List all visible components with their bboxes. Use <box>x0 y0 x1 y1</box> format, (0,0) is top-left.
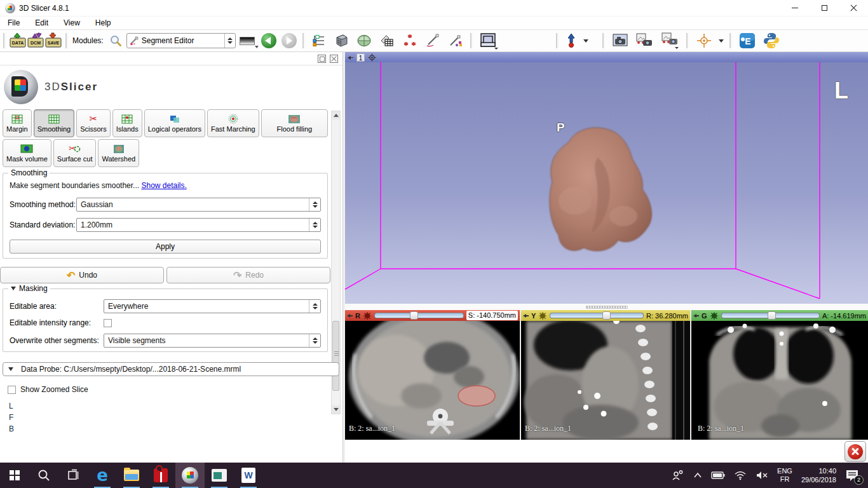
axial-slice-viewport[interactable]: B: 2: sa...ion_1 <box>345 321 520 440</box>
slice-view-green[interactable]: G A: -14.619mm <box>691 310 868 440</box>
scroll-up-button[interactable] <box>332 111 340 119</box>
slice-view-yellow[interactable]: Y R: 36.280mm <box>521 310 690 440</box>
taskbar-gift-app-button[interactable] <box>146 463 175 488</box>
editable-intensity-checkbox[interactable] <box>104 319 112 327</box>
task-view-button[interactable] <box>58 463 88 488</box>
view-options-icon[interactable] <box>368 53 376 62</box>
subject-hierarchy-icon[interactable] <box>311 33 327 48</box>
markups-fiducials-icon[interactable] <box>402 32 418 49</box>
language-indicator[interactable]: ENG FR <box>777 467 792 484</box>
data-probe-header[interactable]: Data Probe: C:/Users/msepty/Desktop/...2… <box>3 362 339 376</box>
effect-smoothing-button[interactable]: Smoothing <box>34 109 75 137</box>
taskbar-app-window-button[interactable] <box>205 463 234 488</box>
close-button[interactable] <box>839 0 868 17</box>
menu-view[interactable]: View <box>56 17 88 29</box>
mouse-mode-dropdown-caret[interactable] <box>583 39 588 43</box>
effect-flood-filling-button[interactable]: Flood filling <box>261 109 328 137</box>
crosshair-icon[interactable] <box>695 32 713 50</box>
action-center-button[interactable]: 2 <box>845 469 859 482</box>
panel-close-button[interactable] <box>330 55 338 63</box>
visibility-eye-icon[interactable] <box>363 312 372 320</box>
module-forward-button[interactable] <box>281 33 297 48</box>
volume-muted-icon[interactable] <box>756 470 768 480</box>
crosshair-dropdown-caret[interactable] <box>719 39 724 43</box>
green-slice-controller[interactable]: G A: -14.619mm <box>691 310 868 321</box>
editable-area-combo[interactable]: Everywhere <box>104 299 321 313</box>
yellow-slice-controller[interactable]: Y R: 36.280mm <box>521 310 690 321</box>
effect-margin-button[interactable]: Margin <box>3 109 32 137</box>
module-selector[interactable]: Segment Editor <box>126 33 236 48</box>
taskbar-search-button[interactable] <box>29 463 58 488</box>
show-details-link[interactable]: Show details. <box>141 181 186 190</box>
scroll-down-button[interactable] <box>332 405 340 414</box>
pin-icon[interactable] <box>693 313 699 318</box>
standard-deviation-spinbox[interactable]: 1.200mm <box>76 218 321 232</box>
effect-islands-button[interactable]: Islands <box>112 109 142 137</box>
slice-view-red[interactable]: R S: -140.750mm <box>345 310 520 440</box>
extensions-manager-icon[interactable]: E <box>738 32 756 50</box>
minimize-button[interactable] <box>780 0 810 17</box>
tray-expand-chevron-icon[interactable] <box>693 472 702 478</box>
layout-selector-icon[interactable] <box>479 32 498 50</box>
sagittal-slice-viewport[interactable]: B: 2: sa...ion_1 <box>521 321 690 440</box>
menu-help[interactable]: Help <box>88 17 119 29</box>
maximize-button[interactable] <box>810 0 839 17</box>
masking-group-header[interactable]: Masking <box>8 284 50 293</box>
screenshot-icon[interactable] <box>611 32 629 49</box>
dicom-button[interactable]: DCM <box>27 31 44 50</box>
clock[interactable]: 10:40 29/06/2018 <box>801 466 836 484</box>
undo-button[interactable]: ↶ Undo <box>0 267 164 283</box>
editable-area-spinner[interactable] <box>309 300 320 313</box>
module-back-button[interactable] <box>261 33 276 48</box>
pin-icon[interactable] <box>523 313 529 318</box>
red-slice-offset-slider[interactable] <box>374 312 464 319</box>
annotation-ruler-icon[interactable] <box>424 32 441 49</box>
apply-button[interactable]: Apply <box>10 240 321 254</box>
overwrite-segments-combo[interactable]: Visible segments <box>104 334 321 348</box>
coronal-slice-viewport[interactable]: B: 2: sa...ion_1 <box>691 321 868 440</box>
redo-button[interactable]: ↷ Redo <box>166 267 330 283</box>
effect-surface-cut-button[interactable]: ✂ Surface cut <box>53 139 97 167</box>
taskbar-edge-button[interactable]: e <box>88 463 117 488</box>
threed-view[interactable]: 1 <box>345 52 868 304</box>
standard-deviation-spinner[interactable] <box>309 219 320 231</box>
smoothing-method-spinner[interactable] <box>309 198 320 211</box>
taskbar-file-explorer-button[interactable] <box>117 463 146 488</box>
threed-view-controller-bar[interactable]: 1 <box>345 52 868 62</box>
show-zoomed-slice-checkbox[interactable] <box>8 386 16 394</box>
start-button[interactable] <box>0 463 29 488</box>
module-history-swatch-icon[interactable] <box>240 37 255 45</box>
panel-undock-button[interactable] <box>318 55 326 63</box>
effect-scissors-button[interactable]: ✂ Scissors <box>76 109 111 137</box>
wifi-icon[interactable] <box>734 470 747 480</box>
module-selector-spinner[interactable] <box>224 34 235 48</box>
overwrite-segments-spinner[interactable] <box>309 334 320 347</box>
pin-icon[interactable] <box>347 313 353 318</box>
resample-grid-icon[interactable] <box>379 32 395 49</box>
pin-icon[interactable] <box>348 55 353 60</box>
green-slice-offset-slider[interactable] <box>721 312 820 319</box>
effect-watershed-button[interactable]: Watershed <box>98 139 139 167</box>
load-data-button[interactable]: DATA <box>9 31 27 50</box>
people-icon[interactable] <box>672 470 684 481</box>
red-slice-controller[interactable]: R S: -140.750mm <box>345 310 520 321</box>
save-button[interactable]: SAVE <box>44 31 62 50</box>
mouse-mode-icon[interactable] <box>565 32 578 49</box>
taskbar-slicer-button[interactable] <box>175 463 205 488</box>
scene-view-restore-icon[interactable] <box>661 32 680 50</box>
effect-fast-marching-button[interactable]: Fast Marching <box>207 109 259 137</box>
module-search-icon[interactable] <box>109 34 122 47</box>
effect-logical-operators-button[interactable]: Logical operators <box>144 109 205 137</box>
view-splitter[interactable] <box>345 304 868 310</box>
volume-rendering-cube-icon[interactable] <box>333 32 349 49</box>
crop-volume-icon[interactable] <box>356 32 372 49</box>
annotation-pen-icon[interactable] <box>447 32 464 49</box>
floating-close-button[interactable] <box>844 441 866 462</box>
taskbar-word-button[interactable]: W <box>234 463 263 488</box>
scene-view-capture-icon[interactable] <box>635 32 654 49</box>
smoothing-method-combo[interactable]: Gaussian <box>76 198 321 212</box>
battery-icon[interactable] <box>711 471 725 480</box>
visibility-eye-icon[interactable] <box>710 312 719 320</box>
python-console-icon[interactable] <box>763 32 780 50</box>
visibility-eye-icon[interactable] <box>538 312 547 320</box>
